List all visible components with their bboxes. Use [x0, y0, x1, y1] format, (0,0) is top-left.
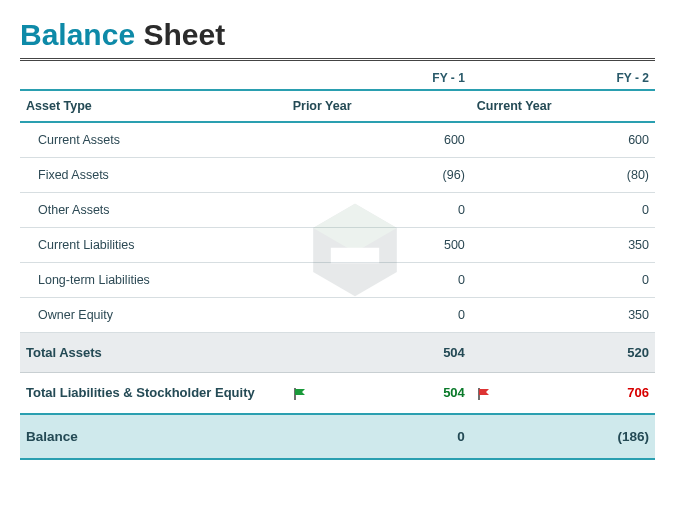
total-liabilities-fy1: 504	[318, 373, 470, 414]
total-assets-fy2: 520	[503, 333, 655, 373]
row-label: Current Assets	[20, 122, 287, 158]
row-label: Fixed Assets	[20, 158, 287, 193]
row-fy2-value: 350	[503, 228, 655, 263]
row-fy1-value: (96)	[318, 158, 470, 193]
fy2-flag-cell	[471, 373, 503, 414]
table-row: Fixed Assets(96)(80)	[20, 158, 655, 193]
row-fy1-value: 600	[318, 122, 470, 158]
row-fy1-value: 0	[318, 298, 470, 333]
asset-type-header: Asset Type	[20, 90, 287, 122]
total-liabilities-row: Total Liabilities & Stockholder Equity 5…	[20, 373, 655, 414]
total-liabilities-label: Total Liabilities & Stockholder Equity	[20, 373, 287, 414]
row-fy1-value: 0	[318, 193, 470, 228]
table-row: Long-term Liabilities00	[20, 263, 655, 298]
row-fy1-value: 500	[318, 228, 470, 263]
fy1-label: FY - 1	[318, 61, 470, 90]
current-year-header: Current Year	[471, 90, 655, 122]
table-row: Other Assets00	[20, 193, 655, 228]
row-label: Owner Equity	[20, 298, 287, 333]
total-assets-row: Total Assets 504 520	[20, 333, 655, 373]
balance-sheet-table: FY - 1 FY - 2 Asset Type Prior Year Curr…	[20, 61, 655, 460]
total-liabilities-fy2: 706	[503, 373, 655, 414]
row-fy2-value: 600	[503, 122, 655, 158]
column-header-row: Asset Type Prior Year Current Year	[20, 90, 655, 122]
row-fy2-value: 0	[503, 263, 655, 298]
flag-icon-red	[477, 387, 493, 401]
row-fy1-value: 0	[318, 263, 470, 298]
page-title: Balance Sheet	[20, 18, 655, 52]
row-fy2-value: 0	[503, 193, 655, 228]
fy1-flag-cell	[287, 373, 319, 414]
balance-label: Balance	[20, 414, 287, 459]
balance-fy2: (186)	[503, 414, 655, 459]
prior-year-header: Prior Year	[287, 90, 471, 122]
row-label: Long-term Liabilities	[20, 263, 287, 298]
total-assets-fy1: 504	[318, 333, 470, 373]
table-row: Current Liabilities500350	[20, 228, 655, 263]
balance-fy1: 0	[318, 414, 470, 459]
table-row: Current Assets600600	[20, 122, 655, 158]
row-label: Other Assets	[20, 193, 287, 228]
flag-icon-green	[293, 387, 309, 401]
row-label: Current Liabilities	[20, 228, 287, 263]
fy2-label: FY - 2	[503, 61, 655, 90]
table-row: Owner Equity0350	[20, 298, 655, 333]
row-fy2-value: (80)	[503, 158, 655, 193]
fiscal-year-row: FY - 1 FY - 2	[20, 61, 655, 90]
balance-row: Balance 0 (186)	[20, 414, 655, 459]
title-rest: Sheet	[143, 18, 225, 51]
row-fy2-value: 350	[503, 298, 655, 333]
title-accent: Balance	[20, 18, 135, 51]
total-assets-label: Total Assets	[20, 333, 287, 373]
